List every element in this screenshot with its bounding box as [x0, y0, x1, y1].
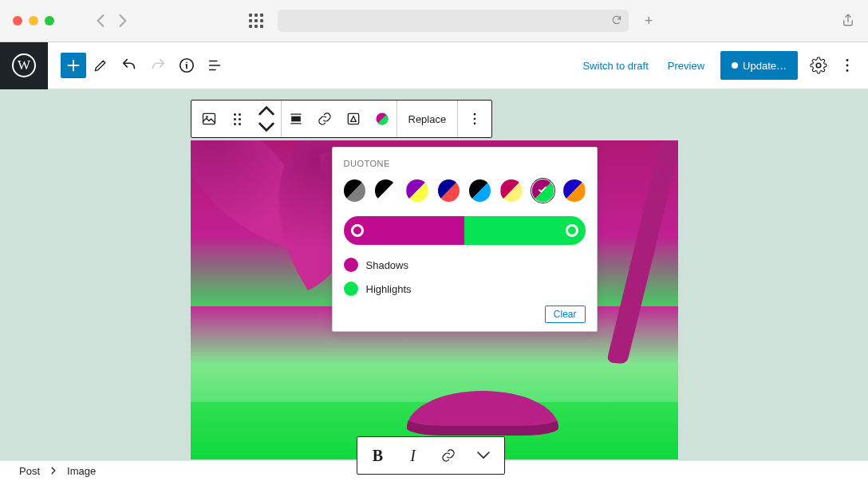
browser-chrome: + [0, 0, 868, 42]
svg-point-6 [206, 116, 208, 118]
svg-point-4 [846, 69, 849, 72]
update-button[interactable]: Update… [720, 51, 798, 80]
editor-canvas: Replace DUOTONE Shadows Highlights [0, 89, 868, 460]
update-button-label: Update… [743, 60, 787, 72]
svg-point-1 [816, 63, 821, 68]
outline-button[interactable] [201, 51, 230, 80]
back-button[interactable] [93, 11, 108, 30]
shadows-legend: Shadows [344, 258, 586, 272]
block-more-menu[interactable] [458, 111, 491, 127]
apps-grid-icon[interactable] [249, 14, 263, 28]
info-button[interactable] [172, 51, 201, 80]
tools-edit-icon[interactable] [86, 51, 115, 80]
forward-button[interactable] [115, 11, 131, 30]
svg-rect-7 [291, 116, 301, 122]
caption-format-toolbar: B I [357, 436, 505, 475]
new-tab-button[interactable]: + [645, 13, 653, 30]
dirty-indicator-icon [732, 62, 738, 69]
undo-button[interactable] [115, 51, 144, 80]
more-menu-icon[interactable] [833, 51, 862, 80]
duotone-preset-magenta-yellow[interactable] [500, 179, 522, 202]
svg-point-14 [474, 123, 476, 125]
svg-point-3 [846, 65, 849, 67]
duotone-gradient-bar[interactable] [344, 216, 586, 245]
check-icon [537, 184, 548, 198]
duotone-button[interactable] [368, 101, 397, 137]
block-inserter-button[interactable] [61, 53, 86, 78]
gradient-thumb-highlight[interactable] [566, 224, 578, 237]
svg-point-13 [474, 118, 476, 120]
highlights-color-dot[interactable] [344, 282, 358, 296]
shadows-label: Shadows [366, 259, 408, 271]
editor-top-bar: Switch to draft Preview Update… [0, 42, 868, 89]
breadcrumb-root[interactable]: Post [19, 465, 40, 477]
highlights-legend: Highlights [344, 282, 586, 296]
link-button[interactable] [310, 101, 339, 137]
align-button[interactable] [282, 101, 310, 137]
crop-button[interactable] [339, 101, 368, 137]
switch-to-draft-link[interactable]: Switch to draft [573, 60, 657, 72]
duotone-preset-blue-red[interactable] [438, 179, 460, 202]
clear-button[interactable]: Clear [545, 306, 586, 323]
duotone-preset-grayscale[interactable] [375, 179, 397, 202]
shadows-color-dot[interactable] [344, 258, 358, 272]
bold-button[interactable]: B [361, 437, 396, 474]
refresh-icon[interactable] [611, 14, 622, 28]
more-format-button[interactable] [466, 437, 501, 474]
preview-link[interactable]: Preview [658, 60, 714, 72]
link-inline-button[interactable] [431, 437, 466, 474]
drag-handle-icon[interactable] [223, 101, 252, 137]
url-bar[interactable] [278, 10, 629, 32]
replace-button[interactable]: Replace [397, 101, 459, 137]
duotone-preset-purple-green[interactable] [532, 179, 554, 202]
svg-point-12 [474, 113, 476, 116]
duotone-preset-midnight[interactable] [469, 179, 491, 202]
svg-point-2 [846, 59, 849, 61]
duotone-popover: DUOTONE Shadows Highlights Clear [332, 147, 598, 332]
italic-button[interactable]: I [396, 437, 431, 474]
duotone-preset-dark-grayscale[interactable] [344, 179, 365, 202]
svg-rect-5 [203, 113, 215, 124]
chevron-right-icon [49, 465, 57, 477]
duotone-presets [344, 179, 586, 202]
block-toolbar: Replace [191, 100, 493, 138]
breadcrumb-current[interactable]: Image [67, 465, 96, 477]
duotone-preset-purple-yellow[interactable] [406, 179, 428, 202]
block-content: Replace DUOTONE Shadows Highlights [191, 89, 678, 460]
block-type-image-icon[interactable] [195, 101, 223, 137]
window-controls [13, 16, 54, 26]
gradient-thumb-shadow[interactable] [351, 224, 364, 237]
nav-arrows [93, 11, 131, 30]
duotone-preset-blue-orange[interactable] [563, 179, 585, 202]
duotone-title: DUOTONE [344, 159, 586, 168]
settings-gear-icon[interactable] [804, 51, 833, 80]
redo-button[interactable] [144, 51, 172, 80]
minimize-window[interactable] [29, 16, 38, 26]
maximize-window[interactable] [45, 16, 54, 26]
share-icon[interactable] [841, 12, 855, 30]
move-up-down-icon[interactable] [252, 101, 281, 137]
close-window[interactable] [13, 16, 22, 26]
wordpress-logo[interactable] [0, 42, 48, 89]
highlights-label: Highlights [366, 283, 412, 295]
